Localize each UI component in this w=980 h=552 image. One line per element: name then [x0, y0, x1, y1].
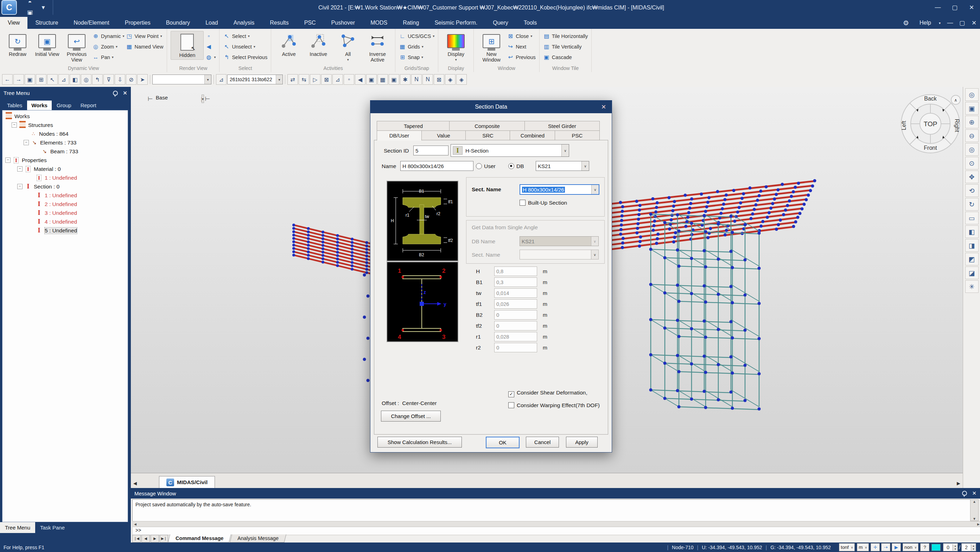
- spin-down-icon[interactable]: ▼: [971, 547, 976, 550]
- dynamic-zoom-button[interactable]: ⊕Dynamic▾: [92, 32, 124, 40]
- tape-measure-icon[interactable]: ⊿: [216, 74, 226, 85]
- ribbon-tab[interactable]: Node/Element: [66, 17, 117, 29]
- ribbon-tab[interactable]: Pushover: [324, 17, 363, 29]
- collapse-icon[interactable]: −: [17, 166, 22, 171]
- section-id-input[interactable]: 5: [413, 146, 449, 155]
- force-unit-select[interactable]: tonf∨: [839, 543, 855, 551]
- tab-value[interactable]: Value: [421, 130, 466, 141]
- right-toolbar-icon[interactable]: ◪: [965, 266, 978, 279]
- ribbon-tab[interactable]: PSC: [296, 17, 324, 29]
- mdi-tab-midas-civil[interactable]: C MIDAS/Civil: [159, 476, 215, 489]
- right-toolbar-icon[interactable]: ⊙: [965, 157, 978, 170]
- stage-spinner-left[interactable]: 0▲▼: [943, 543, 958, 551]
- color-swatch[interactable]: [931, 544, 940, 551]
- right-toolbar-icon[interactable]: ◩: [965, 253, 978, 265]
- toolbar-icon[interactable]: ▣: [389, 74, 399, 85]
- quick-access-more-icon[interactable]: ▾: [37, 2, 49, 13]
- ribbon-tab[interactable]: MODS: [363, 17, 395, 29]
- toolbar-icon[interactable]: ➤: [137, 74, 148, 85]
- play-icon[interactable]: ▶: [892, 543, 901, 551]
- show-calculation-results-button[interactable]: Show Calculation Results...: [377, 437, 462, 447]
- minimize-button[interactable]: —: [929, 2, 946, 13]
- help-arrow-icon[interactable]: ▾: [939, 21, 940, 25]
- toolbar-icon[interactable]: ▫: [344, 74, 354, 85]
- dim-input[interactable]: 0: [494, 321, 537, 330]
- toolbar-icon[interactable]: Ν: [422, 74, 433, 85]
- close-window-button[interactable]: ⊠Close▾: [507, 32, 535, 40]
- close-panel-icon[interactable]: ✕: [972, 490, 977, 496]
- tab-composite[interactable]: Composite: [449, 121, 525, 131]
- last-tab-icon[interactable]: ▶❘: [160, 535, 168, 542]
- tab-task-pane[interactable]: Task Pane: [35, 522, 70, 533]
- tab-command-message[interactable]: Command Message: [168, 535, 231, 542]
- tree-view[interactable]: Works −Structures ∴Nodes : 864 −➘Element…: [2, 110, 128, 522]
- tree-item-section[interactable]: −ISection : 0: [2, 182, 128, 191]
- dim-input[interactable]: 0: [494, 343, 537, 352]
- toolbar-icon[interactable]: ⊘: [126, 74, 137, 85]
- right-toolbar-icon[interactable]: ⊕: [965, 116, 978, 128]
- toolbar-icon[interactable]: ◈: [445, 74, 455, 85]
- mdi-restore-button[interactable]: ▢: [956, 17, 968, 29]
- right-toolbar-icon[interactable]: ↻: [965, 198, 978, 211]
- scroll-right-icon[interactable]: ▶: [977, 522, 980, 526]
- mdi-minimize-button[interactable]: —: [944, 17, 956, 29]
- tree-item-elements[interactable]: −➘Elements : 733: [2, 138, 128, 147]
- tree-item-section-1[interactable]: I1 : Undefined: [2, 191, 128, 200]
- render-option-icon[interactable]: ◍▾: [205, 53, 216, 62]
- toolbar-icon[interactable]: ⊠: [434, 74, 444, 85]
- mdi-close-button[interactable]: ✕: [968, 17, 980, 29]
- zoom-button[interactable]: ◎Zoom▾: [92, 42, 124, 51]
- ribbon-tab[interactable]: Seismic Perform.: [427, 17, 485, 29]
- right-toolbar-icon[interactable]: ◎: [965, 143, 978, 156]
- close-button[interactable]: ✕: [963, 2, 980, 13]
- gear-icon[interactable]: ⚙: [903, 19, 909, 27]
- db-radio[interactable]: DB: [508, 163, 524, 170]
- tree-item-material[interactable]: −IMaterial : 0: [2, 165, 128, 173]
- chevron-down-icon[interactable]: ▾: [204, 75, 211, 84]
- tree-item-section-2[interactable]: I2 : Undefined: [2, 200, 128, 208]
- render-wireframe-icon[interactable]: ▫: [205, 32, 216, 40]
- inverse-active-button[interactable]: Inverse Active: [363, 31, 391, 63]
- tab-tree-menu[interactable]: Tree Menu: [0, 522, 35, 533]
- grids-button[interactable]: ▦Grids▾: [399, 42, 434, 51]
- spin-down-icon[interactable]: ▼: [953, 547, 958, 550]
- toolbar-icon[interactable]: →: [13, 74, 24, 85]
- unselect-button[interactable]: ↖Unselect▾: [223, 42, 267, 51]
- tree-item-nodes[interactable]: ∴Nodes : 864: [2, 129, 128, 138]
- selection-combo[interactable]: ▾: [152, 75, 212, 84]
- tree-item-works[interactable]: Works: [2, 112, 128, 121]
- right-toolbar-icon[interactable]: ▭: [965, 212, 978, 224]
- toolbar-icon[interactable]: ←: [2, 74, 13, 85]
- prev-tab-icon[interactable]: ◀: [142, 535, 150, 542]
- node-range-combo[interactable]: 261to291 313to622▾: [227, 75, 283, 84]
- right-toolbar-icon[interactable]: ◎: [965, 88, 978, 101]
- toolbar-icon[interactable]: ◧: [70, 74, 80, 85]
- dim-input[interactable]: 0,014: [494, 288, 537, 298]
- dialog-titlebar[interactable]: Section Data ✕: [371, 101, 612, 113]
- tab-analysis-message[interactable]: Analysis Message: [230, 535, 286, 542]
- base-select[interactable]: Base▾: [156, 95, 198, 103]
- help-question-button[interactable]: ?: [920, 543, 929, 551]
- name-input[interactable]: H 800x300x14/26: [400, 161, 474, 171]
- redraw-button[interactable]: ↻Redraw: [3, 31, 32, 57]
- toolbar-icon[interactable]: ⊞: [36, 74, 46, 85]
- ucs-gcs-button[interactable]: ∟UCS/GCS▾: [399, 32, 434, 40]
- right-toolbar-icon[interactable]: ▣: [965, 102, 978, 114]
- stage-spinner-right[interactable]: 2▲▼: [961, 543, 976, 551]
- collapse-icon[interactable]: −: [5, 157, 11, 163]
- ribbon-tab[interactable]: Tools: [516, 17, 544, 29]
- tree-item-section-3[interactable]: I3 : Undefined: [2, 208, 128, 217]
- tab-report[interactable]: Report: [76, 101, 100, 110]
- ribbon-tab[interactable]: Results: [262, 17, 296, 29]
- dim-input[interactable]: 0,026: [494, 299, 537, 309]
- tree-item-section-5[interactable]: I5 : Undefined: [2, 226, 128, 235]
- ribbon-tab[interactable]: Analysis: [226, 17, 262, 29]
- toolbar-icon[interactable]: ⊽: [103, 74, 114, 85]
- tab-src[interactable]: SRC: [465, 130, 511, 141]
- message-vscrollbar[interactable]: ▲▼: [970, 499, 978, 521]
- ribbon-tab[interactable]: Rating: [395, 17, 427, 29]
- toolbar-icon[interactable]: ▣: [366, 74, 377, 85]
- dim-input[interactable]: 0,3: [494, 278, 537, 287]
- tree-item-section-4[interactable]: I4 : Undefined: [2, 217, 128, 226]
- scroll-left-icon[interactable]: ◀: [134, 522, 137, 526]
